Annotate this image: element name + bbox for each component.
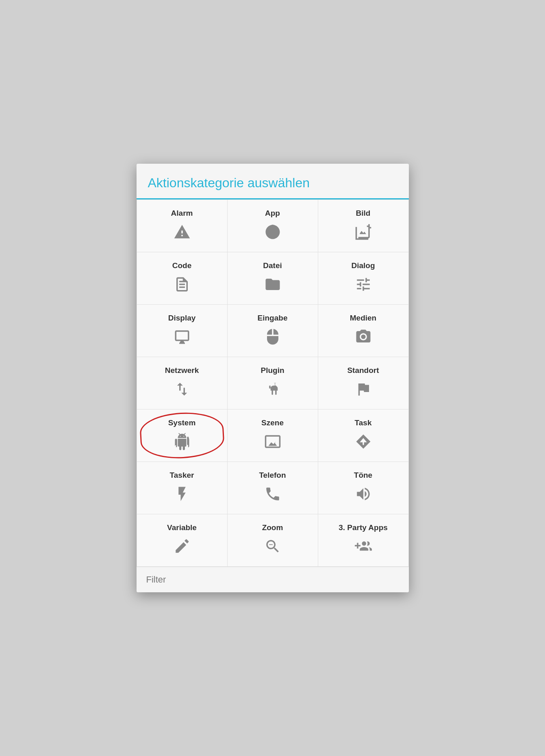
grid-item-label-code: Code bbox=[172, 261, 192, 270]
pencil-icon bbox=[174, 538, 191, 557]
monitor-icon bbox=[174, 328, 191, 348]
grid-item-label-zoom: Zoom bbox=[262, 523, 283, 532]
grid-item-label-system: System bbox=[168, 418, 196, 427]
grid-item-medien[interactable]: Medien bbox=[318, 305, 409, 357]
dialog-header: Aktionskategorie auswählen bbox=[137, 164, 409, 191]
phone-icon bbox=[264, 485, 281, 505]
grid-item-dialog[interactable]: Dialog bbox=[318, 252, 409, 305]
folder-icon bbox=[264, 276, 281, 295]
grid-item-system[interactable]: System bbox=[137, 409, 228, 462]
svg-rect-2 bbox=[275, 386, 276, 388]
grid-item-code[interactable]: Code bbox=[137, 252, 228, 305]
grid-item-telefon[interactable]: Telefon bbox=[228, 462, 318, 514]
rocket-icon bbox=[264, 223, 281, 243]
grid-item-app[interactable]: App bbox=[228, 200, 318, 252]
grid-item-label-netzwerk: Netzwerk bbox=[165, 366, 199, 375]
grid-item-party-apps[interactable]: 3. Party Apps bbox=[318, 514, 409, 567]
arrows-updown-icon bbox=[174, 381, 191, 400]
grid-item-label-display: Display bbox=[168, 314, 196, 323]
group-add-icon bbox=[355, 538, 372, 557]
filter-bar bbox=[137, 567, 409, 592]
grid-item-display[interactable]: Display bbox=[137, 305, 228, 357]
category-grid: AlarmAppBildCodeDateiDialogDisplayEingab… bbox=[137, 199, 409, 567]
grid-item-bild[interactable]: Bild bbox=[318, 200, 409, 252]
grid-item-label-dialog: Dialog bbox=[351, 261, 375, 270]
mouse-icon bbox=[264, 328, 281, 348]
grid-item-eingabe[interactable]: Eingabe bbox=[228, 305, 318, 357]
grid-item-label-standort: Standort bbox=[347, 366, 379, 375]
flag-icon bbox=[355, 381, 372, 400]
grid-item-label-eingabe: Eingabe bbox=[258, 314, 288, 323]
grid-item-label-app: App bbox=[265, 209, 280, 218]
svg-rect-1 bbox=[269, 386, 271, 388]
filter-input[interactable] bbox=[146, 574, 399, 585]
grid-item-variable[interactable]: Variable bbox=[137, 514, 228, 567]
image-crop-icon bbox=[355, 223, 372, 243]
lightning-icon bbox=[174, 485, 191, 505]
document-icon bbox=[174, 276, 191, 295]
image-icon bbox=[264, 433, 281, 453]
grid-item-label-medien: Medien bbox=[350, 314, 376, 323]
grid-item-label-toene: Töne bbox=[354, 471, 372, 480]
grid-item-label-plugin: Plugin bbox=[261, 366, 284, 375]
warning-icon bbox=[174, 223, 191, 243]
zoom-icon bbox=[264, 538, 281, 557]
speaker-icon bbox=[355, 485, 372, 505]
grid-item-label-variable: Variable bbox=[167, 523, 197, 532]
sliders-icon bbox=[355, 276, 372, 295]
diamond-arrow-icon bbox=[355, 433, 372, 453]
grid-item-label-alarm: Alarm bbox=[171, 209, 193, 218]
grid-item-standort[interactable]: Standort bbox=[318, 357, 409, 409]
grid-item-label-datei: Datei bbox=[263, 261, 282, 270]
grid-item-label-szene: Szene bbox=[261, 418, 284, 427]
grid-item-plugin[interactable]: Plugin bbox=[228, 357, 318, 409]
android-icon bbox=[174, 433, 191, 453]
camera-icon bbox=[355, 328, 372, 348]
grid-item-label-bild: Bild bbox=[356, 209, 371, 218]
grid-item-alarm[interactable]: Alarm bbox=[137, 200, 228, 252]
svg-point-0 bbox=[361, 334, 365, 339]
grid-item-netzwerk[interactable]: Netzwerk bbox=[137, 357, 228, 409]
grid-item-label-tasker: Tasker bbox=[170, 471, 194, 480]
grid-item-task[interactable]: Task bbox=[318, 409, 409, 462]
plug-icon bbox=[264, 381, 281, 400]
grid-item-label-telefon: Telefon bbox=[259, 471, 286, 480]
grid-item-label-party-apps: 3. Party Apps bbox=[339, 523, 388, 532]
grid-item-toene[interactable]: Töne bbox=[318, 462, 409, 514]
grid-item-szene[interactable]: Szene bbox=[228, 409, 318, 462]
dialog-container: Aktionskategorie auswählen AlarmAppBildC… bbox=[137, 164, 409, 592]
grid-item-datei[interactable]: Datei bbox=[228, 252, 318, 305]
grid-item-label-task: Task bbox=[355, 418, 372, 427]
grid-item-tasker[interactable]: Tasker bbox=[137, 462, 228, 514]
dialog-title: Aktionskategorie auswählen bbox=[148, 175, 397, 191]
grid-item-zoom[interactable]: Zoom bbox=[228, 514, 318, 567]
